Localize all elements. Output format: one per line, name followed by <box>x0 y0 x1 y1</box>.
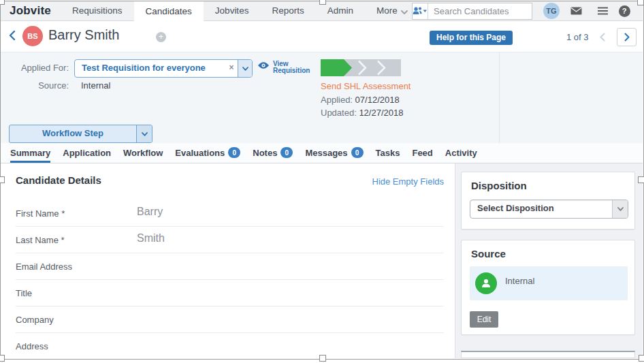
nav-item-requisitions[interactable]: Requisitions <box>61 1 134 20</box>
resize-handle-right-middle[interactable] <box>638 176 644 183</box>
application-summary-section: Applied For: Test Requisition for everyo… <box>1 52 643 144</box>
source-label: Source: <box>7 80 69 91</box>
jobvite-app-window: Jobvite RequisitionsCandidatesJobvitesRe… <box>0 0 644 363</box>
clear-requisition-icon[interactable]: × <box>225 60 238 77</box>
nav-item-candidates[interactable]: Candidates <box>134 1 204 21</box>
resize-handle-top-middle[interactable] <box>319 0 326 5</box>
back-icon[interactable] <box>9 30 16 44</box>
jobvite-logo[interactable]: Jobvite <box>10 1 51 20</box>
help-icon[interactable]: ? <box>616 1 632 20</box>
count-badge: 0 <box>280 147 293 158</box>
panel-title: Source <box>471 248 506 259</box>
main-content: Candidate Details Hide Empty Fields Firs… <box>1 163 643 358</box>
people-icon <box>413 7 428 16</box>
tab-notes[interactable]: Notes0 <box>253 143 293 163</box>
previous-candidate-icon[interactable] <box>600 32 605 44</box>
nav-item-jobvites[interactable]: Jobvites <box>204 1 261 20</box>
requisition-dropdown[interactable]: Test Requisition for everyone × <box>74 59 253 78</box>
disposition-select-arrow[interactable] <box>612 200 628 218</box>
view-requisition-label: View Requisition <box>273 59 310 74</box>
field-row: Email Address <box>16 253 444 280</box>
view-requisition-link[interactable]: View Requisition <box>257 59 310 74</box>
candidate-tabs: SummaryApplicationWorkflowEvaluations0No… <box>1 143 643 163</box>
count-badge: 0 <box>351 147 364 158</box>
tab-evaluations[interactable]: Evaluations0 <box>175 143 240 163</box>
applied-date-row: Applied: 07/12/2018 <box>321 95 400 105</box>
resize-handle-top-right[interactable] <box>637 0 644 5</box>
tab-application[interactable]: Application <box>63 143 111 163</box>
tab-feed[interactable]: Feed <box>412 143 432 163</box>
tab-activity[interactable]: Activity <box>445 143 477 163</box>
resize-handle-bottom-left[interactable] <box>0 355 5 362</box>
tab-messages[interactable]: Messages0 <box>305 143 363 163</box>
disposition-select-value: Select Disposition <box>470 200 612 218</box>
applied-for-label: Applied For: <box>7 63 69 73</box>
candidate-header: BS Barry Smith + Help for this Page 1 of… <box>1 21 643 52</box>
field-row: Company <box>16 306 444 333</box>
list-icon[interactable] <box>594 1 611 20</box>
field-row: First Name * Barry <box>16 200 444 227</box>
next-candidate-button[interactable] <box>617 28 637 46</box>
send-shl-assessment-link[interactable]: Send SHL Assessment <box>321 81 410 91</box>
pagination-counter: 1 of 3 <box>566 32 589 42</box>
search-scope-dropdown[interactable] <box>413 3 428 19</box>
candidate-name: Barry Smith <box>48 27 119 43</box>
candidate-avatar: BS <box>22 26 43 46</box>
chevron-down-icon <box>401 10 408 14</box>
candidate-details-panel: Candidate Details Hide Empty Fields Firs… <box>1 163 455 358</box>
edit-source-button[interactable]: Edit <box>470 311 498 328</box>
eye-icon <box>257 61 270 69</box>
nav-item-reports[interactable]: Reports <box>260 1 315 20</box>
field-rows: First Name * Barry Last Name * Smith Ema… <box>16 200 444 360</box>
user-avatar[interactable]: TG <box>543 3 560 19</box>
tab-summary[interactable]: Summary <box>10 143 50 163</box>
panel-title: Candidate Details <box>16 174 101 186</box>
collapsed-panel-edge <box>461 351 635 358</box>
chevron-right-icon <box>624 33 630 42</box>
workflow-step-dropdown-arrow[interactable] <box>136 125 152 142</box>
mail-icon[interactable] <box>568 1 584 20</box>
field-row: Address <box>16 333 444 360</box>
resize-handle-bottom-middle[interactable] <box>319 355 326 362</box>
person-icon <box>475 272 497 294</box>
search-widget <box>412 3 532 20</box>
source-panel: Source Internal Edit <box>461 240 635 335</box>
count-badge: 0 <box>228 147 240 158</box>
field-row: Title <box>16 280 444 306</box>
source-item-label: Internal <box>505 276 534 286</box>
workflow-progress-bar[interactable] <box>321 59 401 79</box>
workflow-step-dropdown[interactable]: Workflow Step <box>9 125 152 143</box>
chevron-down-icon <box>142 132 148 136</box>
help-for-this-page-button[interactable]: Help for this Page <box>430 31 513 45</box>
resize-handle-bottom-right[interactable] <box>639 355 644 362</box>
nav-items: RequisitionsCandidatesJobvitesReportsAdm… <box>61 1 419 21</box>
disposition-select[interactable]: Select Disposition <box>470 200 628 219</box>
field-row: Last Name * Smith <box>16 227 444 253</box>
disposition-panel: Disposition Select Disposition <box>461 172 635 230</box>
resize-handle-left-middle[interactable] <box>0 176 5 183</box>
panel-title: Disposition <box>471 180 527 191</box>
requisition-dropdown-value: Test Requisition for everyone <box>75 60 225 77</box>
resize-handle-top-left[interactable] <box>0 0 5 5</box>
add-icon[interactable]: + <box>156 32 166 42</box>
search-input[interactable] <box>428 6 553 16</box>
nav-item-more[interactable]: More <box>365 1 419 20</box>
caret-down-icon <box>423 10 428 13</box>
updated-date-row: Updated: 12/27/2018 <box>321 108 403 118</box>
section-divider <box>499 52 500 144</box>
chevron-down-icon <box>242 67 248 71</box>
tab-tasks[interactable]: Tasks <box>376 143 400 163</box>
source-value: Internal <box>81 80 110 91</box>
hide-empty-fields-link[interactable]: Hide Empty Fields <box>372 176 444 187</box>
chevron-down-icon <box>617 207 624 211</box>
tab-workflow[interactable]: Workflow <box>123 143 163 163</box>
requisition-dropdown-arrow[interactable] <box>238 60 252 77</box>
source-item: Internal <box>470 266 628 300</box>
